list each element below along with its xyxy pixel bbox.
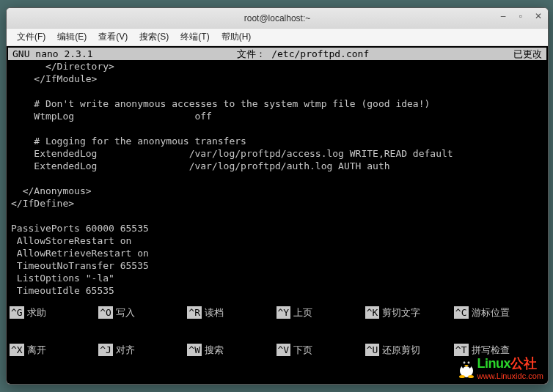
menubar: 文件(F) 编辑(E) 查看(V) 搜索(S) 终端(T) 帮助(H) xyxy=(7,29,548,46)
shortcut-key: ^V xyxy=(276,344,291,356)
shortcut-key: ^R xyxy=(187,306,202,319)
menu-file[interactable]: 文件(F) xyxy=(11,29,51,45)
shortcut-key: ^X xyxy=(10,344,24,356)
shortcut-label: 对齐 xyxy=(113,344,135,356)
close-button[interactable]: ✕ xyxy=(533,11,543,21)
shortcut-label: 离开 xyxy=(24,344,46,356)
shortcut-label: 读档 xyxy=(202,306,224,319)
shortcut-label: 上页 xyxy=(290,306,312,319)
shortcut-key: ^T xyxy=(454,344,469,356)
shortcut-cell: ^W搜索 xyxy=(187,344,276,356)
shortcut-label: 剪切文字 xyxy=(379,306,420,319)
shortcut-key: ^C xyxy=(454,306,469,319)
nano-header: GNU nano 2.3.1 文件： /etc/proftpd.conf 已更改 xyxy=(8,48,546,60)
shortcut-label: 下页 xyxy=(290,344,312,356)
nano-status: 已更改 xyxy=(513,48,542,60)
shortcut-key: ^O xyxy=(98,306,113,319)
titlebar: root@localhost:~ – ▫ ✕ xyxy=(7,8,548,29)
window-title: root@localhost:~ xyxy=(244,13,311,23)
shortcut-label: 搜索 xyxy=(202,344,224,356)
menu-edit[interactable]: 编辑(E) xyxy=(51,29,92,45)
shortcut-cell: ^G求助 xyxy=(10,306,98,319)
nano-shortcuts: ^G求助^O写入^R读档^Y上页^K剪切文字^C游标位置 ^X离开^J对齐^W搜… xyxy=(10,281,545,381)
shortcut-cell: ^Y上页 xyxy=(276,306,365,319)
shortcut-cell: ^O写入 xyxy=(98,306,187,319)
shortcut-label: 游标位置 xyxy=(469,306,510,319)
minimize-button[interactable]: – xyxy=(498,11,508,21)
nano-app-name: GNU nano 2.3.1 xyxy=(12,48,93,60)
menu-terminal[interactable]: 终端(T) xyxy=(175,29,215,45)
menu-view[interactable]: 查看(V) xyxy=(92,29,133,45)
shortcut-cell: ^K剪切文字 xyxy=(365,306,454,319)
window-controls: – ▫ ✕ xyxy=(498,11,543,21)
shortcut-cell: ^J对齐 xyxy=(98,344,187,356)
shortcut-label: 拼写检查 xyxy=(469,344,510,356)
editor-body[interactable]: </Directory> </IfModule> # Don't write a… xyxy=(8,60,546,297)
shortcut-key: ^W xyxy=(187,344,202,356)
nano-file-path: /etc/proftpd.conf xyxy=(271,48,369,60)
shortcut-key: ^U xyxy=(365,344,380,356)
shortcut-label: 还原剪切 xyxy=(379,344,420,356)
shortcut-key: ^J xyxy=(98,344,113,356)
shortcut-cell: ^R读档 xyxy=(187,306,276,319)
shortcut-cell: ^U还原剪切 xyxy=(365,344,454,356)
nano-file-label: 文件： xyxy=(237,48,265,60)
shortcut-cell: ^V下页 xyxy=(276,344,365,356)
shortcut-label: 求助 xyxy=(24,306,46,319)
shortcut-key: ^K xyxy=(365,306,380,319)
shortcut-label: 写入 xyxy=(113,306,135,319)
shortcut-cell: ^X离开 xyxy=(10,344,98,356)
shortcut-key: ^G xyxy=(10,306,24,319)
shortcut-key: ^Y xyxy=(276,306,291,319)
menu-help[interactable]: 帮助(H) xyxy=(216,29,257,45)
maximize-button[interactable]: ▫ xyxy=(516,11,526,21)
shortcut-cell: ^C游标位置 xyxy=(454,306,543,319)
terminal-area[interactable]: GNU nano 2.3.1 文件： /etc/proftpd.conf 已更改… xyxy=(7,46,548,384)
shortcut-cell: ^T拼写检查 xyxy=(454,344,543,356)
menu-search[interactable]: 搜索(S) xyxy=(133,29,175,45)
terminal-window: root@localhost:~ – ▫ ✕ 文件(F) 编辑(E) 查看(V)… xyxy=(6,7,549,385)
